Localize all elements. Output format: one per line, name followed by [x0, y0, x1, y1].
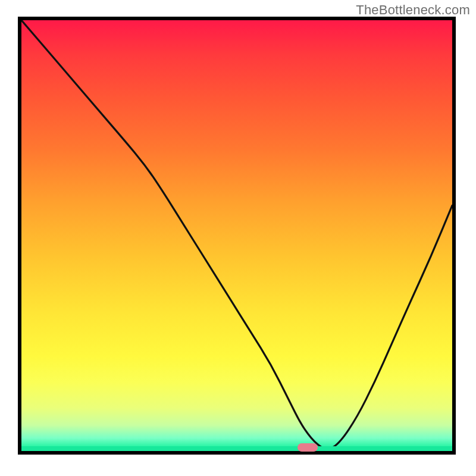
watermark-text: TheBottleneck.com	[356, 2, 470, 18]
chart-plot-area	[21, 20, 452, 451]
bottleneck-curve	[21, 20, 452, 451]
chart-frame	[18, 17, 456, 455]
recommended-marker	[298, 443, 318, 452]
baseline-bar	[21, 446, 452, 451]
